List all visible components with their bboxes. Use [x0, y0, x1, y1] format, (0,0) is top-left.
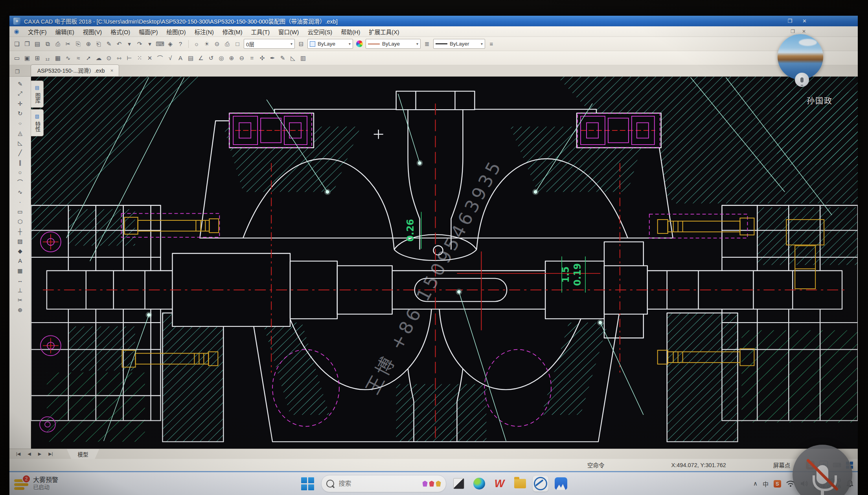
hatch-icon[interactable]: ▨: [15, 236, 25, 246]
taskbar-app-photos[interactable]: [451, 476, 467, 491]
angle-icon[interactable]: ∠: [196, 53, 206, 63]
taskbar-app-caxa[interactable]: [533, 476, 548, 491]
undo-caret-icon[interactable]: ▾: [125, 39, 134, 49]
move-icon[interactable]: ✛: [15, 99, 25, 108]
table-icon[interactable]: ▦: [15, 266, 25, 275]
wedge-icon[interactable]: ◺: [15, 138, 25, 148]
orbit-icon[interactable]: ✣: [257, 53, 267, 63]
list-icon[interactable]: ≡: [487, 39, 496, 49]
color-dropdown[interactable]: ByLaye ▾: [307, 39, 353, 49]
text-frame-icon[interactable]: A: [176, 53, 185, 63]
options-icon[interactable]: ⌨: [155, 39, 165, 49]
sidebar-tab-library[interactable]: ▤ 图库: [31, 81, 44, 108]
sqrt-icon[interactable]: √: [166, 53, 175, 63]
last-sheet-icon[interactable]: ▶|: [48, 451, 53, 456]
窗口(W)[interactable]: 窗口(W): [274, 27, 303, 37]
copy-icon[interactable]: ⎘: [74, 39, 83, 49]
redo-caret-icon[interactable]: ▾: [145, 39, 154, 49]
save-all-icon[interactable]: ⧉: [43, 39, 52, 49]
zoom-out-icon[interactable]: ⊖: [237, 53, 246, 63]
rotate-icon[interactable]: ↻: [15, 108, 25, 118]
layer-on-icon[interactable]: ☼: [192, 39, 201, 49]
undo-icon[interactable]: ↶: [114, 39, 124, 49]
text-icon[interactable]: A: [15, 256, 25, 266]
restore-button[interactable]: ❐: [787, 18, 792, 24]
trim-icon[interactable]: ✕: [145, 53, 154, 63]
taskbar-app-wps[interactable]: W: [492, 476, 508, 491]
pan-icon[interactable]: ⇿: [114, 53, 124, 63]
select-window-icon[interactable]: ▭: [12, 53, 22, 63]
zoom-icon[interactable]: ⊕: [15, 305, 25, 315]
node-edit-icon[interactable]: ⁙: [135, 53, 144, 63]
node-circle-icon[interactable]: ⊙: [104, 53, 114, 63]
linestyle-icon[interactable]: ≣: [422, 39, 432, 49]
set-square-icon[interactable]: ◺: [288, 53, 298, 63]
snap-mode[interactable]: 屏幕点: [773, 461, 791, 469]
dimension-icon[interactable]: ↔: [15, 275, 25, 285]
polygon-icon[interactable]: ⬡: [15, 216, 25, 226]
spline-icon[interactable]: ∿: [15, 187, 25, 197]
copy-basepoint-icon[interactable]: ⊕: [84, 39, 93, 49]
document-tab[interactable]: ASP5320-150-...润滑）.exb ×: [31, 64, 120, 76]
h-dim-icon[interactable]: ⊢: [125, 53, 134, 63]
weather-widget[interactable]: 2 大雾预警 已启动: [14, 476, 58, 491]
tab-close-icon[interactable]: ×: [110, 68, 114, 73]
start-button[interactable]: [299, 475, 316, 493]
close-button[interactable]: ✕: [802, 18, 807, 24]
arc-icon[interactable]: ⌒: [15, 177, 25, 187]
标注(N)[interactable]: 标注(N): [190, 27, 218, 37]
centerline-icon[interactable]: ┼: [15, 226, 25, 236]
print-icon[interactable]: ⎙: [53, 39, 63, 49]
spline-icon[interactable]: ∿: [63, 53, 73, 63]
format-brush-icon[interactable]: ✎: [104, 39, 114, 49]
trim-icon[interactable]: ✂: [15, 295, 25, 305]
lineweight-dropdown[interactable]: ByLayer ▾: [433, 39, 485, 49]
幅面(P)[interactable]: 幅面(P): [134, 27, 162, 37]
cut-icon[interactable]: ✂: [63, 39, 73, 49]
search-box[interactable]: [321, 475, 446, 492]
工具(T)[interactable]: 工具(T): [247, 27, 274, 37]
视图(V)[interactable]: 视图(V): [79, 27, 106, 37]
sheet-icon[interactable]: ▦: [53, 53, 63, 63]
layer-dropdown[interactable]: 0层 ▾: [244, 39, 295, 49]
stretch-icon[interactable]: ⤢: [15, 89, 25, 99]
ruler-icon[interactable]: ₁₂: [43, 53, 52, 63]
open-icon[interactable]: ❐: [22, 39, 32, 49]
编辑(E)[interactable]: 编辑(E): [51, 27, 79, 37]
文件(F)[interactable]: 文件(F): [24, 27, 51, 37]
parallel-icon[interactable]: ∥: [15, 158, 25, 167]
layout-icon[interactable]: ▥: [298, 53, 308, 63]
pen-icon[interactable]: ✒: [268, 53, 277, 63]
layer-box-icon[interactable]: □: [233, 39, 242, 49]
next-sheet-icon[interactable]: ▶: [38, 451, 41, 456]
帮助(H)[interactable]: 帮助(H): [337, 27, 364, 37]
layer-freeze-icon[interactable]: ☀: [202, 39, 211, 49]
pencil-icon[interactable]: ✎: [278, 53, 287, 63]
leader-arrow-icon[interactable]: ➚: [84, 53, 93, 63]
snap-icon[interactable]: ⌗: [247, 53, 257, 63]
view-frame-icon[interactable]: ▣: [22, 53, 32, 63]
search-input[interactable]: [338, 480, 391, 488]
tray-language-icon[interactable]: 中: [763, 480, 769, 488]
tray-sogou-icon[interactable]: S: [774, 480, 781, 488]
model-tab[interactable]: 模型: [67, 449, 99, 459]
tray-chevron-icon[interactable]: ∧: [753, 480, 758, 487]
prev-sheet-icon[interactable]: ◀: [28, 451, 31, 456]
zoom-in-icon[interactable]: ⊕: [227, 53, 236, 63]
datum-icon[interactable]: ⊥: [15, 285, 25, 295]
sidebar-tab-properties[interactable]: ▧ 特性: [31, 109, 44, 136]
rectangle-icon[interactable]: ▭: [15, 207, 25, 216]
module-icon[interactable]: ◈: [166, 39, 175, 49]
layer-plot-icon[interactable]: ⎙: [223, 39, 232, 49]
sketch-icon[interactable]: ✎: [15, 79, 25, 89]
color-wheel-icon[interactable]: [355, 39, 364, 49]
layers-manager-icon[interactable]: ⊟: [296, 39, 306, 49]
修改(M)[interactable]: 修改(M): [218, 27, 247, 37]
offset-icon[interactable]: ⌔: [15, 118, 25, 128]
point-icon[interactable]: ·: [15, 197, 25, 207]
grid-icon[interactable]: ⊞: [33, 53, 42, 63]
table-icon[interactable]: ▤: [186, 53, 195, 63]
solid-fill-icon[interactable]: ◆: [15, 246, 25, 256]
linetype-dropdown[interactable]: ByLaye ▾: [366, 39, 421, 49]
child-restore-button[interactable]: ❐: [791, 29, 795, 34]
